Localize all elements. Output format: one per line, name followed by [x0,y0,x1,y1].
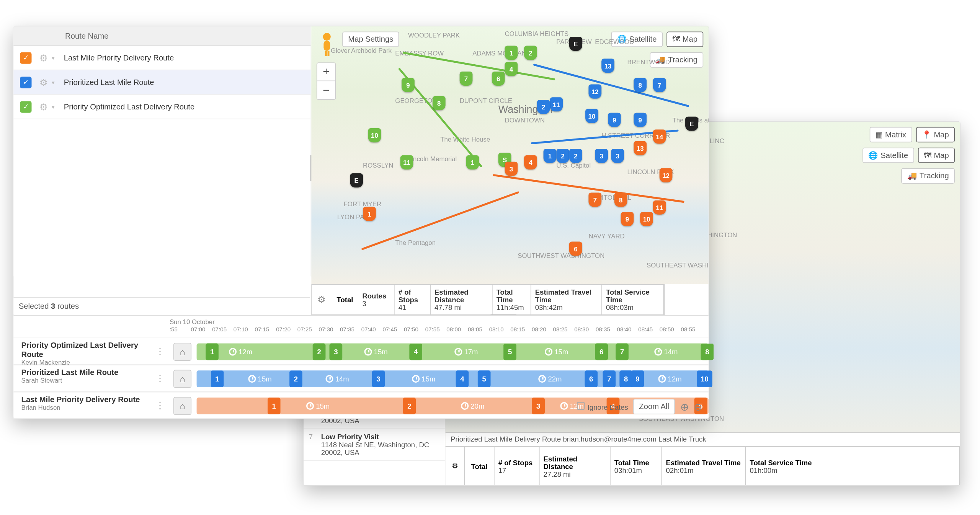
map-pin[interactable]: 9 [608,113,621,127]
matrix-button[interactable]: ▦ Matrix [870,127,912,142]
gantt-row-title: Prioritized Last Mile Route [21,368,150,377]
gantt: Sun 10 October :5507:0007:0507:1007:1507… [13,315,708,418]
gantt-row-sub: Brian Hudson [21,404,150,411]
main-panel: Route Name ✓ ⚙ ▾ Last Mile Priority Deli… [13,26,709,419]
map-pin[interactable]: 1 [544,149,557,163]
map-pin[interactable]: 14 [653,129,666,143]
address-item[interactable]: 7 Low Priority Visit 1148 Neal St NE, Wa… [304,429,445,461]
route-list: Route Name ✓ ⚙ ▾ Last Mile Priority Deli… [13,26,311,276]
home-icon[interactable]: ⌂ [173,370,191,388]
zoom-out-button[interactable]: − [317,81,335,99]
map-pin[interactable]: 8 [614,193,627,207]
map-button[interactable]: 🗺 Map [666,32,704,47]
map-pin[interactable]: 4 [505,62,518,76]
map-pin[interactable]: 12 [660,168,673,183]
map-pin[interactable]: 7 [653,78,666,92]
route-row[interactable]: ✓ ⚙ ▾ Last Mile Priority Delivery Route [13,46,310,70]
zoom-in-icon[interactable]: ⊕ [680,401,689,413]
map-settings-button[interactable]: Map Settings [342,32,399,47]
map-pin[interactable]: 6 [569,242,582,256]
satellite-button[interactable]: 🌐 Satellite [611,32,662,47]
kebab-icon[interactable]: ⋮ [155,400,165,411]
route-row[interactable]: ✓ ⚙ ▾ Priority Optimized Last Delivery R… [13,95,310,119]
map-pin[interactable]: 3 [611,149,624,163]
selected-count: Selected 3 routes [13,297,310,314]
home-icon[interactable]: ⌂ [173,397,191,415]
map-pin-end[interactable]: E [569,37,582,51]
tracking-button[interactable]: 🚚 Tracking [650,52,703,67]
tracking-button[interactable]: 🚚 Tracking [902,168,955,184]
map-pin[interactable]: 2 [537,100,550,114]
total-label: Total [332,285,359,314]
route-line [361,191,519,250]
gear-icon[interactable]: ⚙ [39,77,48,87]
map-pin[interactable]: 6 [492,72,505,86]
ignore-dates-checkbox[interactable]: Ignore Dates [577,402,628,411]
map-pin[interactable]: 2 [569,149,582,163]
map-pin[interactable]: 2 [524,46,537,60]
map-pin-end[interactable]: E [350,173,363,187]
map-pin[interactable]: 7 [460,72,473,86]
zoom-control: + − [317,62,336,100]
map-pin[interactable]: 1 [466,155,479,169]
kebab-icon[interactable]: ⋮ [155,373,165,383]
route-checkbox[interactable]: ✓ [20,101,31,112]
map-big[interactable]: Map Settings + − 🌐 Satellite 🗺 Map 🚚 Tra… [311,26,708,284]
route-checkbox[interactable]: ✓ [20,77,31,88]
zoom-out-icon[interactable]: ⊖ [694,401,702,413]
caret-icon[interactable]: ▾ [52,79,55,85]
map-pin[interactable]: 3 [595,149,608,163]
kebab-icon[interactable]: ⋮ [155,346,165,356]
total-label: Total [465,447,494,485]
satellite-button[interactable]: 🌐 Satellite [862,148,914,163]
caret-icon[interactable]: ▾ [52,103,55,110]
map-pin[interactable]: 1 [505,46,518,60]
address-title: Low Priority Visit [321,433,437,441]
zoom-in-button[interactable]: + [317,63,335,81]
zoom-all-button[interactable]: Zoom All [633,399,675,414]
gantt-row-title: Last Mile Priority Delivery Route [21,395,150,404]
map-pin[interactable]: 8 [433,96,446,110]
map-pin[interactable]: 10 [368,128,381,142]
map-pin[interactable]: 9 [402,78,415,92]
route-name: Priority Optimized Last Delivery Route [64,102,194,111]
map-pin[interactable]: 13 [601,59,614,73]
map-pin[interactable]: 10 [585,109,598,123]
svg-rect-3 [327,51,329,56]
svg-rect-1 [323,41,330,51]
map-pin[interactable]: 12 [588,85,601,99]
gantt-row: Prioritized Last Mile RouteSarah Stewart… [13,365,708,392]
map-pin[interactable]: 13 [634,141,647,155]
svg-point-0 [323,33,331,41]
home-icon[interactable]: ⌂ [173,343,191,361]
map-pin[interactable]: 4 [524,155,537,169]
map-pin[interactable]: 10 [640,212,653,226]
map-pin[interactable]: 2 [556,149,569,163]
map-pin[interactable]: 11 [550,97,563,111]
caret-icon[interactable]: ▾ [52,54,55,61]
map-pin[interactable]: 9 [634,113,647,127]
map-pin[interactable]: 11 [653,200,666,215]
gear-icon[interactable]: ⚙ [39,101,48,112]
gear-icon[interactable]: ⚙ [39,52,48,63]
route-row[interactable]: ✓ ⚙ ▾ Prioritized Last Mile Route [13,70,310,95]
gear-icon[interactable]: ⚙ [312,285,332,314]
gantt-row-sub: Sarah Stewart [21,377,150,384]
map-pin-end[interactable]: E [685,117,698,131]
gear-icon[interactable]: ⚙ [446,447,465,485]
map-pin[interactable]: 11 [400,155,413,169]
map-pin[interactable]: 1 [363,207,376,221]
map-pin[interactable]: 8 [634,78,647,92]
map-pin[interactable]: 3 [505,162,518,176]
gantt-bar[interactable]: 115m 214m 315m 4 522m 6 7 8 912m 10 [197,370,709,387]
gantt-ticks: :5507:0007:0507:1007:1507:2007:2507:3007… [170,326,702,335]
svg-rect-2 [325,51,327,56]
route-checkbox[interactable]: ✓ [20,52,31,64]
stop-number: 7 [309,433,319,441]
gantt-bar[interactable]: 112m 2 315m 417m 515m 6 714m 8 [197,344,709,360]
map-button[interactable]: 📍 Map [916,127,955,142]
pegman-icon[interactable] [317,32,337,57]
map-pin[interactable]: 9 [621,212,634,226]
map-pin[interactable]: 7 [588,193,601,207]
map-button-2[interactable]: 🗺 Map [918,148,955,163]
